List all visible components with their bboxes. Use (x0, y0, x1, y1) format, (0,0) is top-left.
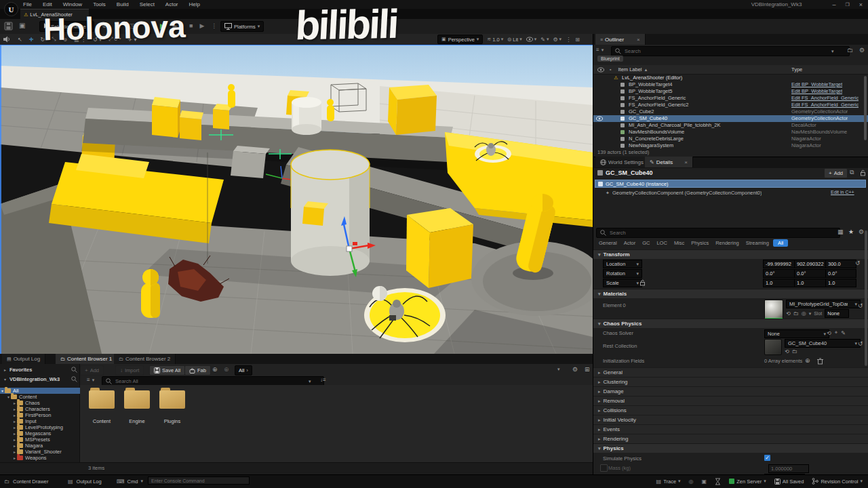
section-clustering[interactable]: ▸Clustering (593, 377, 868, 386)
pick-actor-icon[interactable]: ⌖ (835, 329, 838, 336)
landscape-icon[interactable]: ▤ (115, 22, 121, 29)
rest-collection-dropdown[interactable]: GC_SM_Cube40▾ (785, 339, 861, 348)
viewport-more-icon[interactable]: ⋮ (566, 37, 571, 43)
section-physics[interactable]: ▾Physics (593, 443, 868, 453)
section-removal[interactable]: ▸Removal (593, 396, 868, 405)
paint-icon[interactable]: ⊕ (102, 22, 107, 29)
details-search[interactable] (596, 228, 840, 238)
category-streaming[interactable]: Streaming (743, 239, 772, 247)
show-flags-dropdown[interactable]: ▾ (526, 37, 537, 42)
trash-icon[interactable] (817, 358, 823, 365)
material-dropdown[interactable]: MI_PrototypeGrid_TopDark▾ (786, 300, 861, 308)
launch-button[interactable]: ▶ (199, 22, 204, 29)
speaker-icon[interactable] (3, 36, 11, 43)
browser-settings-icon[interactable]: ⚙ (572, 366, 578, 373)
tree-item-variant-shooter[interactable]: ▸Variant_Shooter (0, 449, 92, 455)
category-gc[interactable]: GC (639, 239, 652, 247)
perspective-dropdown[interactable]: ▣ Perspective ▾ (437, 35, 483, 44)
outliner-filter-button[interactable]: ≡▾ (596, 47, 604, 53)
table-row[interactable]: FS_AnchorField_GenericEdit FS_AnchorFiel… (593, 95, 868, 102)
table-row[interactable]: BP_WobbleTarget4Edit BP_WobbleTarget (593, 81, 868, 88)
table-row-selected[interactable]: GC_SM_Cube40 GeometryCollectionActor (593, 115, 868, 122)
rotation-z-field[interactable]: 0.0° (825, 269, 856, 278)
add-element-icon[interactable]: ⊕ (805, 357, 810, 364)
world-space-icon[interactable]: ⊕ (63, 37, 68, 43)
maximize-viewport-icon[interactable]: ⊞ (575, 37, 580, 43)
back-icon[interactable]: ⊕ (212, 366, 218, 373)
tab-outliner[interactable]: ≡ Outliner × (595, 34, 646, 45)
mass-override-checkbox[interactable] (600, 464, 608, 472)
zen-server-dropdown[interactable]: Zen Server ▾ (729, 479, 766, 485)
table-row[interactable]: GC_Cube2GeometryCollectionActor (593, 108, 868, 115)
camera-speed-icon[interactable]: ✈ ▾ (128, 37, 137, 43)
skip-frame-button[interactable]: ▶❘ (172, 22, 182, 29)
unreal-logo-icon[interactable]: U (4, 2, 18, 16)
reset-location-icon[interactable]: ↺ (855, 260, 861, 266)
tab-output-log[interactable]: ▤ Output Log (2, 354, 45, 364)
scale-z-field[interactable]: 1.0 (825, 279, 856, 287)
simulate-physics-checkbox[interactable]: ✓ (764, 455, 770, 461)
tab-details[interactable]: ✎ Details × (645, 157, 693, 167)
browse-icon[interactable]: 🗀 (792, 348, 797, 354)
maximize-button[interactable]: ❐ (845, 2, 849, 7)
cmd-dropdown[interactable]: ⌨ Cmd ▾ (117, 474, 143, 488)
search-icon[interactable] (71, 367, 77, 373)
outliner-search-input[interactable] (623, 47, 829, 55)
category-rendering[interactable]: Rendering (713, 239, 742, 247)
console-command-input[interactable] (148, 476, 250, 485)
table-row[interactable]: NewNiagaraSystemNiagaraActor (593, 142, 868, 149)
viewport-3d[interactable] (0, 45, 593, 354)
menu-select[interactable]: Select (140, 1, 155, 7)
close-icon[interactable]: × (684, 159, 688, 165)
tree-item-content[interactable]: ▾Content (0, 394, 86, 400)
category-all[interactable]: All (773, 239, 788, 247)
fab-button[interactable]: Fab (184, 365, 211, 375)
column-item-label[interactable]: Item Label (618, 66, 642, 73)
project-header[interactable]: ▾VDBIntegration_Wk3 (3, 376, 77, 382)
sort-icon[interactable]: ↓≡ (320, 377, 326, 383)
chevron-down-icon[interactable]: ▾ (831, 49, 834, 54)
viewport-3d-scene[interactable] (0, 45, 593, 354)
blueprint-convert-icon[interactable]: ⧉ (850, 169, 854, 176)
menu-help[interactable]: Help (189, 1, 200, 7)
table-row[interactable]: N_ConcreteDebrisLargeNiagaraActor (593, 136, 868, 142)
asset-search-input[interactable] (114, 378, 307, 385)
scale-dropdown[interactable]: Scale▾ (603, 279, 642, 287)
all-saved-indicator[interactable]: All Saved (774, 479, 804, 485)
table-row[interactable]: MI_Ash_And_Charcoal_Pile_tciobhh_2KDecal… (593, 122, 868, 129)
component-row-instance[interactable]: GC_SM_Cube40 (Instance) (595, 180, 866, 188)
breadcrumb[interactable]: All › (235, 365, 252, 375)
outliner-scrollbar[interactable] (864, 76, 867, 140)
outliner-search[interactable]: ▾ (611, 46, 850, 56)
play-button[interactable]: ▶ (160, 22, 165, 30)
category-actor[interactable]: Actor (621, 239, 639, 247)
section-collisions[interactable]: ▸Collisions (593, 405, 868, 415)
camera-speed-control[interactable]: ≋ 1.0 ▾ (487, 37, 503, 43)
scale-y-field[interactable]: 1.0 (794, 279, 828, 287)
filter-chip-blueprint[interactable]: Blueprint (597, 56, 623, 62)
favorites-star-icon[interactable]: ★ (848, 228, 854, 235)
menu-tools[interactable]: Tools (93, 1, 106, 7)
section-transform[interactable]: ▾Transform (593, 249, 868, 259)
move-tool-icon[interactable]: ✛ (29, 37, 34, 43)
chevron-down-icon[interactable]: ▾ (309, 379, 311, 384)
search-icon[interactable] (71, 376, 77, 382)
asset-filter-button[interactable]: ≡▾ (87, 377, 94, 383)
menu-actor[interactable]: Actor (165, 1, 178, 7)
tree-item-chaos[interactable]: ▸Chaos (0, 400, 92, 406)
scale-x-field[interactable]: 1.0 (763, 279, 797, 287)
section-damage[interactable]: ▸Damage (593, 386, 868, 396)
category-loc[interactable]: LOC (654, 239, 669, 247)
eye-icon[interactable] (597, 67, 604, 73)
tab-world-settings[interactable]: World Settings (595, 157, 649, 167)
toolbar-tool-icons[interactable]: ⊕ ▤ ◳ (102, 21, 135, 30)
import-button[interactable]: ↓Import (115, 365, 144, 375)
hourglass-icon[interactable] (715, 478, 721, 485)
dock-icon[interactable]: ⊞ (585, 366, 590, 373)
add-asset-button[interactable]: +Add (80, 365, 104, 375)
table-row[interactable]: BP_WobbleTarget5Edit BP_WobbleTarget (593, 88, 868, 95)
scale-snap-icon[interactable]: ⤢ 0 ▾ (108, 36, 121, 43)
save-icon[interactable] (4, 22, 13, 30)
table-row[interactable]: FS_AnchorField_Generic2Edit FS_AnchorFie… (593, 102, 868, 108)
category-physics[interactable]: Physics (688, 239, 711, 247)
